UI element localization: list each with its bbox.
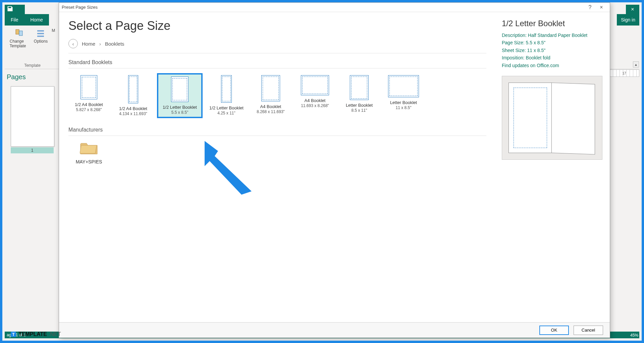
watermark-suffix: .NET	[49, 331, 61, 337]
dialog-body: Select a Page Size ‹ Home › Booklets Sta…	[59, 12, 610, 322]
detail-page-size: Page Size: 5.5 x 8.5"	[502, 39, 604, 46]
booklet-item-4[interactable]: A4 Booklet8.268 x 11.693"	[250, 73, 291, 116]
booklet-item-0[interactable]: 1/2 A4 Booklet5.827 x 8.268"	[68, 73, 109, 114]
manufacturer-label: MAY+SPIES	[68, 159, 109, 164]
booklet-dimensions: 8.5 x 11"	[352, 108, 367, 113]
svg-rect-0	[16, 30, 19, 34]
booklet-name: A4 Booklet	[305, 98, 326, 103]
ruler-tick: 17	[622, 71, 626, 75]
breadcrumb: ‹ Home › Booklets	[68, 39, 486, 53]
breadcrumb-home[interactable]: Home	[82, 41, 95, 47]
booklet-name: Letter Booklet	[390, 100, 417, 105]
booklet-dimensions: 11.693 x 8.268"	[301, 103, 329, 108]
detail-sheet-size: Sheet Size: 11 x 8.5"	[502, 47, 604, 54]
pages-panel-title: Pages	[5, 70, 60, 84]
booklet-thumb-icon	[350, 75, 369, 100]
booklet-list: 1/2 A4 Booklet5.827 x 8.268"1/2 A4 Bookl…	[68, 73, 486, 118]
ruler: 17	[609, 69, 639, 77]
dialog-footer: OK Cancel	[59, 322, 610, 338]
ok-button[interactable]: OK	[539, 326, 569, 335]
back-icon[interactable]: ‹	[68, 39, 78, 48]
window-right-cluster: ×	[626, 5, 639, 14]
booklet-item-5[interactable]: A4 Booklet11.693 x 8.268"	[294, 73, 335, 110]
change-template-button[interactable]: Change Template	[8, 28, 31, 49]
manufacturer-item[interactable]: MAY+SPIES	[68, 141, 109, 164]
save-icon[interactable]	[7, 5, 13, 13]
page-thumb-icon	[11, 86, 54, 147]
tab-home[interactable]: Home	[24, 14, 49, 26]
dialog-left-pane: Select a Page Size ‹ Home › Booklets Sta…	[59, 12, 496, 322]
booklet-dimensions: 11 x 8.5"	[396, 105, 412, 110]
booklet-item-2[interactable]: 1/2 Letter Booklet5.5 x 8.5"	[157, 73, 203, 118]
detail-imposition: Imposition: Booklet fold	[502, 54, 604, 61]
sign-in-link[interactable]: Sign in	[617, 15, 639, 24]
dialog-detail-pane: 1/2 Letter Booklet Description: Half Sta…	[496, 12, 610, 322]
booklet-thumb-icon	[261, 75, 280, 101]
page-size-dialog: Preset Page Sizes ? × Select a Page Size…	[59, 2, 610, 338]
cancel-button[interactable]: Cancel	[574, 326, 603, 335]
truncated-button[interactable]: M	[50, 28, 56, 49]
booklet-thumb-icon	[388, 75, 419, 97]
booklet-preview-icon	[508, 83, 596, 153]
zoom-level[interactable]: 45%	[630, 333, 638, 338]
watermark-logo-icon: T	[10, 331, 17, 338]
pages-panel: Pages 1	[5, 70, 60, 333]
booklet-item-3[interactable]: 1/2 Letter Booklet4.25 x 11"	[206, 73, 247, 117]
quick-access-toolbar	[5, 5, 25, 14]
page-thumb-number: 1	[11, 147, 54, 153]
dialog-close-icon[interactable]: ×	[596, 4, 607, 10]
svg-text:T: T	[12, 332, 15, 337]
scroll-up-icon[interactable]: ▲	[633, 61, 639, 67]
booklet-thumb-icon	[80, 75, 97, 99]
booklet-dimensions: 4.134 x 11.693"	[119, 111, 147, 116]
booklet-item-1[interactable]: 1/2 A4 Booklet4.134 x 11.693"	[113, 73, 154, 118]
booklet-name: 1/2 A4 Booklet	[119, 106, 147, 111]
page-thumbnail[interactable]: 1	[5, 84, 60, 156]
booklet-dimensions: 5.5 x 8.5"	[171, 110, 188, 115]
section-standard-booklets: Standard Booklets	[68, 59, 486, 65]
detail-description: Description: Half Standard Paper Booklet	[502, 32, 604, 39]
change-template-label: Change Template	[10, 39, 30, 48]
booklet-item-6[interactable]: Letter Booklet8.5 x 11"	[339, 73, 380, 115]
breadcrumb-sep-icon: ›	[99, 41, 101, 47]
dialog-help-icon[interactable]: ?	[584, 4, 596, 10]
detail-preview	[502, 76, 602, 160]
booklet-dimensions: 4.25 x 11"	[217, 111, 235, 115]
booklet-thumb-icon	[221, 75, 232, 103]
booklet-name: A4 Booklet	[260, 104, 281, 109]
ribbon-tabs: File Home	[5, 14, 49, 26]
booklet-name: 1/2 A4 Booklet	[75, 102, 103, 107]
truncated-label: M	[52, 28, 55, 33]
booklet-thumb-icon	[171, 77, 189, 102]
booklet-thumb-icon	[301, 75, 329, 95]
svg-rect-3	[37, 33, 44, 34]
dialog-titlebar: Preset Page Sizes ? ×	[59, 3, 610, 12]
close-window-icon[interactable]: ×	[626, 5, 639, 14]
find-updates-link[interactable]: Find updates on Office.com	[502, 63, 559, 68]
change-template-icon	[14, 28, 25, 39]
booklet-thumb-icon	[128, 75, 138, 103]
booklet-name: Letter Booklet	[346, 103, 373, 108]
detail-title: 1/2 Letter Booklet	[502, 19, 604, 28]
folder-icon	[80, 141, 98, 155]
breadcrumb-current: Booklets	[105, 41, 124, 47]
svg-rect-1	[19, 31, 22, 36]
svg-rect-2	[37, 30, 44, 32]
booklet-dimensions: 8.268 x 11.693"	[257, 109, 285, 114]
options-label: Options	[34, 39, 48, 44]
watermark: T TEMPLATE.NET	[10, 331, 61, 338]
sign-in-area[interactable]: Sign in	[617, 14, 639, 26]
booklet-name: 1/2 Letter Booklet	[209, 105, 244, 111]
booklet-item-7[interactable]: Letter Booklet11 x 8.5"	[383, 73, 424, 112]
watermark-brand: TEMPLATE	[18, 331, 47, 337]
ribbon-group-template: Change Template Options M Template	[5, 26, 60, 69]
booklet-name: 1/2 Letter Booklet	[163, 105, 197, 110]
dialog-heading: Select a Page Size	[68, 19, 486, 33]
ribbon-group-label: Template	[24, 63, 41, 69]
tab-file[interactable]: File	[5, 14, 24, 26]
booklet-dimensions: 5.827 x 8.268"	[76, 107, 102, 112]
svg-rect-4	[37, 36, 44, 37]
section-manufacturers: Manufacturers	[68, 127, 486, 133]
options-icon	[35, 28, 46, 39]
options-button[interactable]: Options	[33, 28, 49, 49]
